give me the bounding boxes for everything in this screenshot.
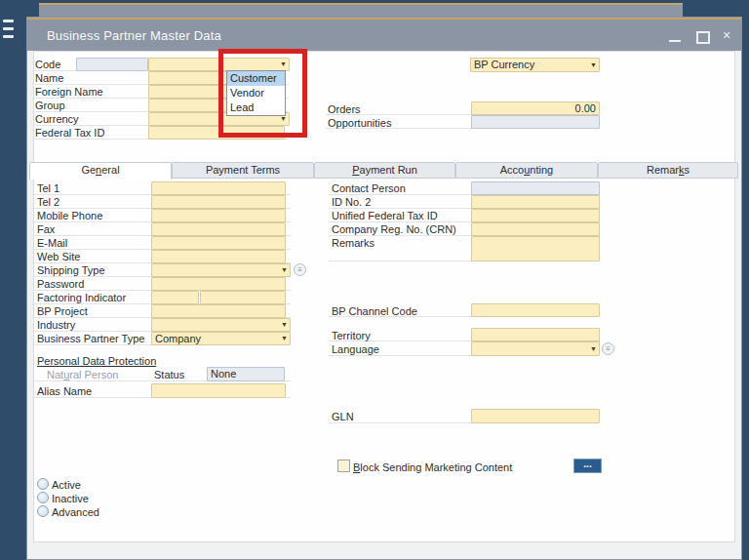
block-marketing-checkbox[interactable]	[337, 460, 350, 472]
bp-channel-code-label: BP Channel Code	[332, 305, 417, 317]
orders-field[interactable]: 0.00	[471, 101, 600, 115]
dropdown-arrow-icon: ▼	[590, 344, 597, 354]
opportunities-field[interactable]	[471, 115, 600, 129]
bp-currency-dropdown[interactable]: BP Currency ▼	[470, 58, 600, 72]
tel2-input[interactable]	[151, 195, 286, 209]
label-part: nting	[530, 164, 553, 176]
active-label: Active	[52, 479, 81, 491]
label-part: ayment Run	[360, 164, 417, 176]
territory-input[interactable]	[471, 328, 600, 341]
close-icon[interactable]: ×	[718, 20, 735, 51]
federal-tax-id-label: Federal Tax ID	[35, 127, 104, 139]
tab-payment-run[interactable]: Payment Run	[314, 162, 455, 179]
business-partner-type-value: Company	[155, 333, 201, 344]
advanced-radio[interactable]	[37, 505, 49, 517]
code-input[interactable]	[76, 58, 148, 71]
label-part: eral	[101, 164, 119, 176]
foreign-name-label: Foreign Name	[35, 86, 103, 98]
shipping-type-label: Shipping Type	[37, 264, 105, 276]
dropdown-arrow-icon: ▼	[590, 60, 597, 70]
tab-payment-terms[interactable]: Payment Terms	[172, 162, 314, 179]
group-label: Group	[35, 100, 65, 111]
mobile-phone-label: Mobile Phone	[37, 210, 102, 221]
unified-federal-tax-id-label: Unified Federal Tax ID	[332, 210, 438, 221]
personal-data-protection-heading[interactable]: Personal Data Protection	[37, 355, 156, 367]
company-reg-no-label: Company Reg. No. (CRN)	[332, 223, 456, 235]
password-input[interactable]	[151, 277, 286, 291]
minimize-glyph	[669, 40, 681, 42]
menu-bar	[3, 27, 14, 30]
inactive-radio[interactable]	[37, 492, 49, 503]
gln-input[interactable]	[471, 409, 600, 423]
contact-person-label: Contact Person	[332, 182, 406, 194]
minimize-icon[interactable]	[667, 20, 683, 51]
id-no-2-label: ID No. 2	[332, 196, 371, 208]
alias-name-input[interactable]	[151, 383, 286, 398]
orders-value: 0.00	[575, 102, 596, 114]
tel2-label: Tel 2	[37, 196, 59, 208]
language-label: Language	[332, 343, 379, 355]
opportunities-label: Opportunities	[328, 117, 391, 129]
industry-label: Industry	[37, 319, 75, 331]
tab-remarks[interactable]: Remarks	[598, 162, 738, 179]
menu-bar	[3, 20, 14, 22]
label-part: Nat	[47, 369, 63, 380]
label-part: Acco	[500, 164, 524, 176]
active-radio[interactable]	[37, 478, 49, 490]
mobile-phone-input[interactable]	[151, 209, 286, 222]
company-reg-no-input[interactable]	[471, 222, 600, 236]
label-part: Payment Terms	[206, 164, 280, 176]
contact-person-field[interactable]	[471, 181, 600, 195]
tab-accounting[interactable]: Accounting	[455, 162, 598, 179]
alias-name-label: Alias Name	[37, 385, 92, 397]
territory-label: Territory	[332, 330, 371, 341]
block-marketing-label: Block Sending Marketing Content	[353, 461, 512, 473]
inactive-label: Inactive	[52, 493, 89, 504]
choose-from-list-icon[interactable]: ≡	[602, 342, 614, 355]
factoring-indicator-input[interactable]	[151, 291, 199, 304]
choose-from-list-icon[interactable]: ≡	[294, 263, 306, 276]
tab-general[interactable]: General	[29, 162, 172, 180]
label-part: ral Person	[69, 369, 118, 380]
gln-label: GLN	[332, 411, 354, 422]
window-title: Business Partner Master Data	[47, 28, 221, 43]
menu-icon[interactable]	[3, 20, 15, 41]
dropdown-arrow-icon: ▼	[281, 334, 288, 343]
tel1-label: Tel 1	[37, 182, 59, 194]
natural-person-label: Natural Person	[47, 369, 118, 380]
currency-label: Currency	[35, 113, 79, 125]
tel1-input[interactable]	[151, 181, 286, 195]
password-label: Password	[37, 278, 84, 290]
desktop: Business Partner Master Data × Code Name…	[0, 0, 749, 560]
label-part: lock Sending Marketing Content	[360, 461, 512, 473]
label-part: P	[352, 164, 359, 176]
factoring-indicator-name-input[interactable]	[200, 291, 286, 304]
name-label: Name	[35, 72, 63, 84]
web-site-input[interactable]	[151, 250, 286, 263]
window-titlebar[interactable]: Business Partner Master Data ×	[27, 20, 741, 51]
code-series-input[interactable]	[148, 58, 221, 71]
bp-project-input[interactable]	[151, 304, 286, 318]
code-label: Code	[35, 59, 60, 70]
bp-channel-code-input[interactable]	[471, 303, 600, 317]
maximize-icon[interactable]	[694, 20, 710, 51]
industry-dropdown[interactable]: ▼	[151, 318, 291, 332]
label-part: Ge	[81, 164, 96, 176]
unified-federal-tax-id-input[interactable]	[471, 209, 600, 222]
label-part: s	[685, 164, 690, 176]
factoring-indicator-label: Factoring Indicator	[37, 292, 126, 303]
label-part: Remar	[647, 164, 679, 176]
bp-currency-value: BP Currency	[474, 59, 534, 70]
remarks-label: Remarks	[332, 237, 374, 249]
ellipsis-button[interactable]: ...	[573, 459, 602, 473]
business-partner-type-dropdown[interactable]: Company ▼	[151, 332, 291, 345]
id-no-2-input[interactable]	[471, 195, 600, 209]
status-value: None	[211, 368, 236, 380]
language-dropdown[interactable]: ▼	[471, 341, 600, 356]
shipping-type-dropdown[interactable]: ▼	[151, 263, 291, 277]
orders-label: Orders	[328, 103, 361, 115]
fax-input[interactable]	[151, 222, 286, 236]
email-input[interactable]	[151, 236, 286, 250]
remarks-textarea[interactable]	[471, 236, 600, 261]
status-field[interactable]: None	[207, 367, 285, 381]
